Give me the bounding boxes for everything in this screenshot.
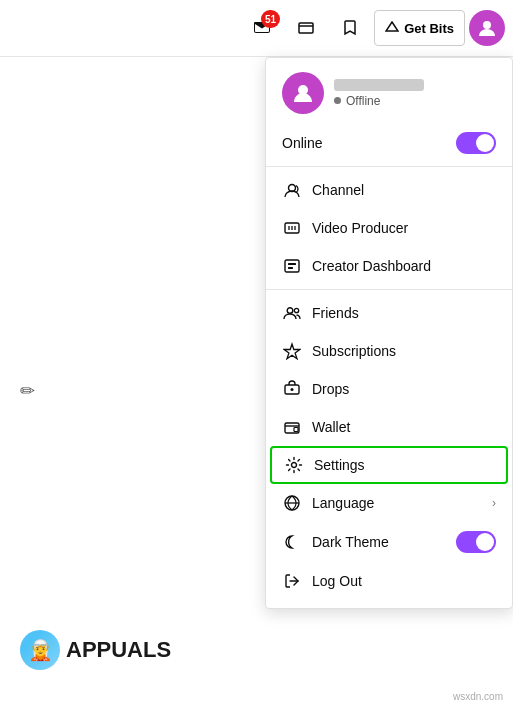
svg-rect-0 xyxy=(299,23,313,33)
avatar-icon xyxy=(291,81,315,105)
user-avatar-button[interactable] xyxy=(469,10,505,46)
online-toggle-row: Online xyxy=(266,124,512,162)
log-out-label: Log Out xyxy=(312,573,362,589)
channel-label: Channel xyxy=(312,182,364,198)
notifications-icon xyxy=(296,18,316,38)
menu-item-video-producer[interactable]: Video Producer xyxy=(266,209,512,247)
channel-icon xyxy=(282,180,302,200)
user-icon xyxy=(476,17,498,39)
menu-item-friends[interactable]: Friends xyxy=(266,294,512,332)
get-bits-button[interactable]: Get Bits xyxy=(374,10,465,46)
watermark: 🧝 APPUALS xyxy=(20,630,171,670)
menu-item-channel[interactable]: Channel xyxy=(266,171,512,209)
svg-rect-9 xyxy=(285,260,299,272)
subscriptions-label: Subscriptions xyxy=(312,343,396,359)
svg-point-18 xyxy=(292,463,297,468)
wallet-label: Wallet xyxy=(312,419,350,435)
creator-dashboard-icon xyxy=(282,256,302,276)
svg-rect-17 xyxy=(294,428,298,432)
dark-theme-toggle[interactable] xyxy=(456,531,496,553)
language-label: Language xyxy=(312,495,374,511)
watermark-text: APPUALS xyxy=(66,637,171,663)
chevron-right-icon: › xyxy=(492,496,496,510)
friends-label: Friends xyxy=(312,305,359,321)
online-label: Online xyxy=(282,135,322,151)
divider-2 xyxy=(266,289,512,290)
menu-item-language[interactable]: Language › xyxy=(266,484,512,522)
menu-item-creator-dashboard[interactable]: Creator Dashboard xyxy=(266,247,512,285)
creator-dashboard-label: Creator Dashboard xyxy=(312,258,431,274)
bookmark-icon xyxy=(340,18,360,38)
topbar: 51 Get Bits xyxy=(0,0,513,57)
user-info: Offline xyxy=(334,79,424,108)
edit-icon: ✏ xyxy=(20,380,35,402)
watermark-icon: 🧝 xyxy=(20,630,60,670)
settings-label: Settings xyxy=(314,457,365,473)
status-dot xyxy=(334,97,341,104)
dark-theme-icon xyxy=(282,532,302,552)
username-blur xyxy=(334,79,424,91)
svg-point-2 xyxy=(483,21,491,29)
drops-label: Drops xyxy=(312,381,349,397)
svg-rect-10 xyxy=(288,263,296,265)
dropdown-avatar xyxy=(282,72,324,114)
svg-marker-1 xyxy=(386,22,398,31)
wsxdn-label: wsxdn.com xyxy=(453,691,503,702)
bits-icon xyxy=(385,21,399,35)
dark-theme-label: Dark Theme xyxy=(312,534,389,550)
divider-1 xyxy=(266,166,512,167)
menu-item-drops[interactable]: Drops xyxy=(266,370,512,408)
svg-rect-11 xyxy=(288,267,293,269)
menu-item-subscriptions[interactable]: Subscriptions xyxy=(266,332,512,370)
user-section: Offline xyxy=(266,58,512,124)
menu-item-dark-theme[interactable]: Dark Theme xyxy=(266,522,512,562)
video-producer-label: Video Producer xyxy=(312,220,408,236)
status-row: Offline xyxy=(334,94,424,108)
svg-point-13 xyxy=(294,308,298,312)
menu-item-log-out[interactable]: Log Out xyxy=(266,562,512,600)
subscriptions-icon xyxy=(282,341,302,361)
get-bits-label: Get Bits xyxy=(404,21,454,36)
drops-icon xyxy=(282,379,302,399)
inbox-badge: 51 xyxy=(261,10,280,28)
status-text: Offline xyxy=(346,94,380,108)
menu-item-wallet[interactable]: Wallet xyxy=(266,408,512,446)
friends-icon xyxy=(282,303,302,323)
settings-icon xyxy=(284,455,304,475)
inbox-button[interactable]: 51 xyxy=(242,8,282,48)
svg-point-12 xyxy=(287,308,293,314)
menu-item-settings[interactable]: Settings xyxy=(270,446,508,484)
language-icon xyxy=(282,493,302,513)
svg-point-15 xyxy=(291,388,294,391)
log-out-icon xyxy=(282,571,302,591)
user-dropdown: Offline Online Channel Vid xyxy=(265,57,513,609)
wallet-icon xyxy=(282,417,302,437)
bookmark-button[interactable] xyxy=(330,8,370,48)
online-toggle[interactable] xyxy=(456,132,496,154)
notifications-button[interactable] xyxy=(286,8,326,48)
video-producer-icon xyxy=(282,218,302,238)
